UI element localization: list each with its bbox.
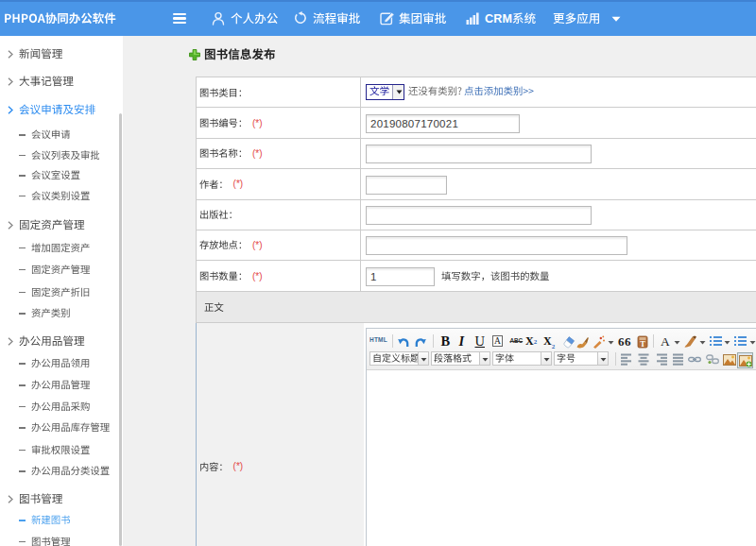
svg-text:T: T	[640, 338, 645, 348]
